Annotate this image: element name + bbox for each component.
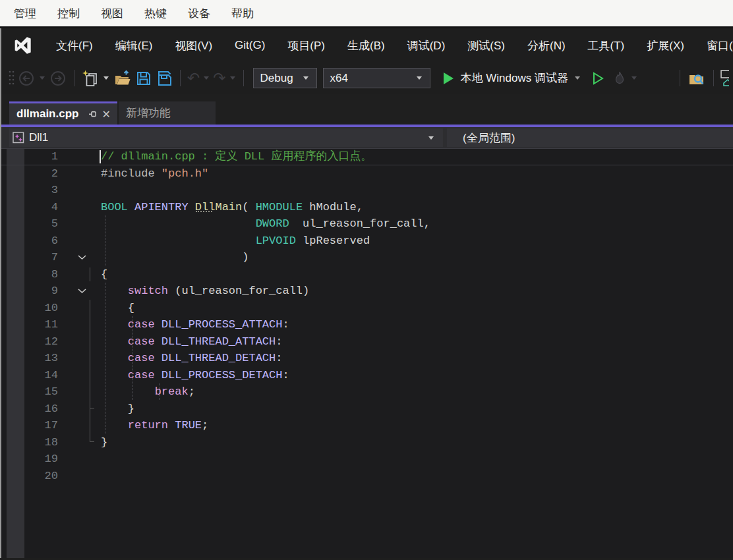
toolbar-separator	[243, 70, 244, 86]
vs-menu-item[interactable]: 工具(T)	[577, 38, 636, 53]
hot-reload-flame-icon[interactable]	[610, 67, 629, 90]
tab-新增功能[interactable]: 新增功能	[119, 101, 216, 125]
vs-menu-item[interactable]: 编辑(E)	[104, 38, 164, 53]
redo-icon[interactable]: ↷	[212, 67, 227, 90]
code-line[interactable]: 7 )	[1, 249, 733, 266]
fold-margin	[59, 165, 101, 182]
chevron-down-icon[interactable]	[631, 76, 637, 80]
fold-margin	[59, 417, 101, 434]
code-line[interactable]: 16 }	[1, 401, 733, 418]
code-line[interactable]: 15 break;	[1, 383, 733, 401]
pin-icon[interactable]	[88, 109, 99, 119]
vs-logo-icon	[11, 35, 34, 56]
code-line[interactable]: 17 return TRUE;	[1, 417, 733, 434]
vs-menu-item[interactable]: 扩展(X)	[635, 38, 695, 53]
vs-menu-item[interactable]: 调试(D)	[396, 38, 457, 53]
project-scope-combo[interactable]: Dll1	[9, 128, 443, 147]
vs-menu-item[interactable]: 窗口(W)	[695, 38, 733, 53]
code-line[interactable]: 19	[1, 451, 733, 468]
line-number: 4	[1, 199, 59, 216]
vm-menu-item[interactable]: 设备	[178, 6, 220, 21]
play-icon	[440, 70, 455, 87]
vs-menu-item[interactable]: 文件(F)	[45, 38, 104, 53]
code-line[interactable]: 1// dllmain.cpp : 定义 DLL 应用程序的入口点。	[1, 148, 733, 165]
line-number: 5	[1, 215, 59, 233]
code-line[interactable]: 14 case DLL_PROCESS_DETACH:	[1, 367, 733, 384]
code-line[interactable]: 6 LPVOID lpReserved	[1, 233, 733, 250]
vm-menu-item[interactable]: 帮助	[221, 6, 264, 21]
play-outline-icon	[589, 70, 605, 87]
start-without-debugging-button[interactable]	[588, 67, 606, 90]
code-line[interactable]: 2#include "pch.h"	[1, 165, 733, 182]
save-all-icon[interactable]	[154, 67, 175, 90]
save-icon[interactable]	[134, 67, 154, 90]
find-in-files-icon[interactable]	[686, 67, 708, 90]
code-text: case DLL_PROCESS_ATTACH:	[101, 316, 289, 333]
code-line[interactable]: 13 case DLL_THREAD_DETACH:	[1, 350, 733, 367]
vm-menu-item[interactable]: 热键	[134, 6, 177, 21]
indent-guide	[159, 383, 160, 400]
vs-menu-item[interactable]: 生成(B)	[336, 38, 396, 53]
line-number: 10	[1, 300, 59, 317]
code-line[interactable]: 11 case DLL_PROCESS_ATTACH:	[1, 316, 733, 333]
code-text: )	[101, 249, 249, 266]
fold-margin	[59, 451, 101, 468]
vs-menu-item[interactable]: 分析(N)	[516, 38, 577, 53]
fold-margin	[59, 233, 101, 250]
undo-icon[interactable]: ↶	[186, 67, 201, 90]
code-line[interactable]: 10 {	[1, 300, 733, 317]
member-scope-combo[interactable]: (全局范围)	[447, 128, 733, 147]
code-line[interactable]: 9 switch (ul_reason_for_call)	[1, 283, 733, 300]
code-line[interactable]: 5 DWORD ul_reason_for_call,	[1, 215, 733, 233]
open-file-icon[interactable]	[111, 67, 134, 90]
chevron-down-icon[interactable]	[204, 76, 209, 80]
line-number: 20	[1, 468, 59, 485]
tab-dllmain.cpp[interactable]: dllmain.cpp✕	[9, 101, 117, 125]
fold-margin	[59, 316, 101, 333]
vs-menu-item[interactable]: 视图(V)	[163, 38, 223, 53]
chevron-down-icon[interactable]	[40, 76, 45, 80]
code-line[interactable]: 3	[1, 182, 733, 199]
new-item-icon[interactable]	[80, 67, 101, 90]
vs-menu-item[interactable]: 测试(S)	[456, 38, 516, 53]
vs-window: 文件(F)编辑(E)视图(V)Git(G)项目(P)生成(B)调试(D)测试(S…	[0, 28, 733, 558]
code-text: #include "pch.h"	[101, 165, 208, 182]
back-icon[interactable]	[16, 67, 37, 90]
vm-menu-item[interactable]: 控制	[47, 6, 90, 21]
code-text: break;	[101, 383, 195, 401]
vs-menu-item[interactable]: 项目(P)	[276, 38, 336, 53]
fold-margin	[59, 215, 101, 233]
start-debugging-button[interactable]: 本地 Windows 调试器	[440, 70, 583, 87]
forward-icon[interactable]	[47, 67, 69, 90]
fold-chevron-icon[interactable]	[78, 289, 86, 294]
chevron-down-icon[interactable]	[103, 76, 109, 80]
grip-handle[interactable]	[7, 67, 16, 90]
code-line[interactable]: 4BOOL APIENTRY DllMain( HMODULE hModule,	[1, 199, 733, 216]
indent-guide	[105, 283, 105, 434]
chevron-down-icon[interactable]	[230, 76, 235, 80]
main-toolbar: ↶ ↷ Debug x64 本地 Windows 调试器	[1, 63, 733, 94]
vm-menu-item[interactable]: 视图	[91, 6, 133, 21]
code-line[interactable]: 20	[1, 468, 733, 485]
platform-combo[interactable]: x64	[323, 68, 430, 88]
vm-menu-item[interactable]: 管理	[4, 6, 46, 21]
vm-menubar: 管理控制视图热键设备帮助	[0, 0, 733, 28]
code-line[interactable]: 12 case DLL_THREAD_ATTACH:	[1, 333, 733, 350]
run-label: 本地 Windows 调试器	[461, 70, 568, 86]
fold-margin	[59, 350, 101, 367]
chevron-down-icon[interactable]	[575, 76, 580, 80]
code-text: }	[101, 401, 134, 418]
code-text: case DLL_THREAD_ATTACH:	[101, 333, 282, 350]
code-text: return TRUE;	[101, 417, 208, 434]
clipped-toolbar-icon[interactable]	[719, 69, 729, 88]
line-number: 16	[1, 401, 59, 418]
debug-config-combo[interactable]: Debug	[253, 68, 317, 88]
code-editor[interactable]: 1// dllmain.cpp : 定义 DLL 应用程序的入口点。2#incl…	[1, 148, 733, 558]
code-line[interactable]: 8{	[1, 266, 733, 283]
close-icon[interactable]: ✕	[102, 108, 110, 121]
vs-menu-item[interactable]: Git(G)	[223, 39, 276, 52]
tab-label: 新增功能	[126, 105, 171, 121]
code-line[interactable]: 18}	[1, 434, 733, 451]
fold-chevron-icon[interactable]	[78, 255, 86, 260]
fold-margin	[59, 468, 101, 485]
